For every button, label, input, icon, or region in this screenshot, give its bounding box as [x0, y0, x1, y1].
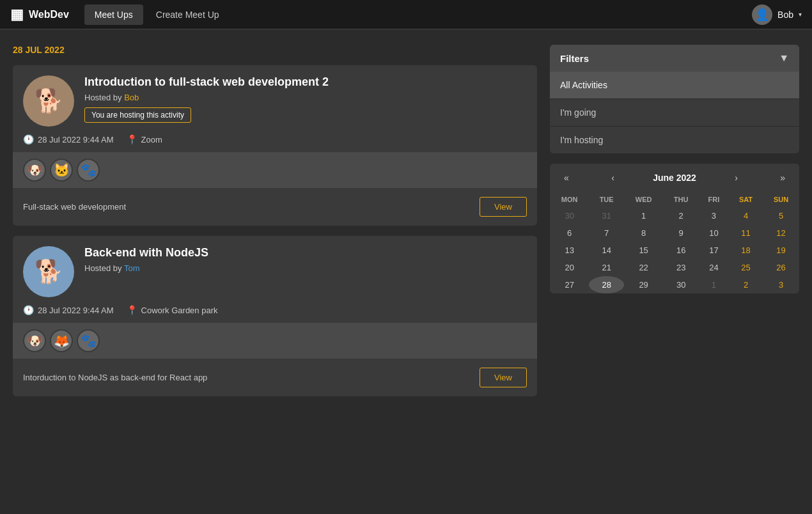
calendar-day-1-6[interactable]: 4 [729, 207, 763, 224]
user-name[interactable]: Bob [777, 10, 793, 20]
user-dropdown-arrow[interactable]: ▾ [799, 11, 802, 18]
event-title-1: Introduction to full-stack web developme… [84, 75, 527, 89]
clock-icon-1: 🕐 [23, 134, 34, 144]
calendar-day-5-3[interactable]: 29 [624, 276, 663, 293]
nav-meetups[interactable]: Meet Ups [84, 4, 143, 25]
brand[interactable]: ▦ WebDev [10, 6, 69, 23]
calendar-day-4-2[interactable]: 21 [589, 259, 624, 276]
main-container: 28 JUL 2022 🐕 Introduction to full-stack… [0, 29, 812, 422]
cal-prev[interactable]: ‹ [607, 171, 618, 184]
hosted-by-2: Hosted by Tom [84, 263, 527, 273]
calendar-day-4-6[interactable]: 25 [729, 259, 763, 276]
calendar-day-3-3[interactable]: 15 [624, 242, 663, 259]
calendar-day-2-5[interactable]: 10 [699, 224, 729, 242]
filters-panel: Filters ▼ All Activities I'm going I'm h… [550, 45, 799, 153]
col-sat: SAT [729, 192, 763, 207]
filter-all-activities[interactable]: All Activities [550, 72, 799, 99]
card-info-2: Back-end with NodeJS Hosted by Tom [84, 246, 527, 278]
view-button-1[interactable]: View [480, 197, 527, 217]
event-location-2: 📍 Cowork Garden park [127, 305, 218, 315]
calendar-day-3-6[interactable]: 18 [729, 242, 763, 259]
event-location-1: 📍 Zoom [127, 134, 162, 144]
calendar-day-1-5[interactable]: 3 [699, 207, 729, 224]
col-sun: SUN [763, 192, 799, 207]
event-title-2: Back-end with NodeJS [84, 246, 527, 260]
host-link-2[interactable]: Tom [124, 263, 140, 273]
brand-name: WebDev [29, 9, 69, 20]
calendar-day-3-5[interactable]: 17 [699, 242, 729, 259]
calendar-day-1-7[interactable]: 5 [763, 207, 799, 224]
calendar-day-2-4[interactable]: 9 [663, 224, 699, 242]
calendar-week-3: 13141516171819 [550, 242, 799, 259]
calendar-day-5-7[interactable]: 3 [763, 276, 799, 293]
cal-month-year: June 2022 [653, 173, 696, 183]
calendar-day-3-4[interactable]: 16 [663, 242, 699, 259]
card-bottom-2: Intorduction to NodeJS as back-end for R… [13, 359, 537, 396]
activity-card-2: 🐕 Back-end with NodeJS Hosted by Tom 🕐 2… [13, 236, 537, 396]
event-tag-2: Intorduction to NodeJS as back-end for R… [23, 373, 207, 382]
activity-card-1: 🐕 Introduction to full-stack web develop… [13, 65, 537, 226]
calendar-day-3-1[interactable]: 13 [550, 242, 589, 259]
card-top-2: 🐕 Back-end with NodeJS Hosted by Tom [13, 236, 537, 297]
card-info-1: Introduction to full-stack web developme… [84, 75, 527, 123]
event-datetime-2: 🕐 28 Jul 2022 9:44 AM [23, 305, 114, 315]
calendar-day-1-2[interactable]: 31 [589, 207, 624, 224]
calendar-day-4-4[interactable]: 23 [663, 259, 699, 276]
view-button-2[interactable]: View [480, 368, 527, 387]
calendar-day-3-7[interactable]: 19 [763, 242, 799, 259]
col-fri: FRI [699, 192, 729, 207]
calendar-day-5-1[interactable]: 27 [550, 276, 589, 293]
calendar-day-5-4[interactable]: 30 [663, 276, 699, 293]
calendar-day-1-3[interactable]: 1 [624, 207, 663, 224]
left-column: 28 JUL 2022 🐕 Introduction to full-stack… [13, 45, 537, 407]
calendar-day-5-6[interactable]: 2 [729, 276, 763, 293]
calendar-day-2-1[interactable]: 6 [550, 224, 589, 242]
clock-icon-2: 🕐 [23, 305, 34, 315]
cal-next-next[interactable]: » [776, 171, 789, 184]
calendar-day-2-6[interactable]: 11 [729, 224, 763, 242]
event-image-1: 🐕 [23, 75, 74, 127]
attendee-1-1: 🐶 [23, 159, 46, 182]
col-thu: THU [663, 192, 699, 207]
card-meta-2: 🕐 28 Jul 2022 9:44 AM 📍 Cowork Garden pa… [13, 297, 537, 323]
calendar-day-4-5[interactable]: 24 [699, 259, 729, 276]
user-avatar: 👤 [752, 4, 772, 25]
attendees-row-2: 🐶 🦊 🐾 [13, 323, 537, 359]
calendar-day-3-2[interactable]: 14 [589, 242, 624, 259]
calendar-day-2-7[interactable]: 12 [763, 224, 799, 242]
attendee-1-3: 🐾 [77, 159, 100, 182]
avatar-icon: 👤 [755, 8, 769, 22]
calendar-week-2: 6789101112 [550, 224, 799, 242]
calendar-header: « ‹ June 2022 › » [550, 164, 799, 192]
calendar-day-5-2[interactable]: 28 [589, 276, 624, 293]
col-wed: WED [624, 192, 663, 207]
nav-links: Meet Ups Create Meet Up [84, 4, 752, 25]
cal-prev-prev[interactable]: « [560, 171, 573, 184]
calendar-day-2-3[interactable]: 8 [624, 224, 663, 242]
hosting-badge-1: You are hosting this activity [84, 107, 191, 123]
location-icon-2: 📍 [127, 305, 137, 315]
calendar-day-1-4[interactable]: 2 [663, 207, 699, 224]
right-column: Filters ▼ All Activities I'm going I'm h… [550, 45, 799, 407]
calendar-day-2-2[interactable]: 7 [589, 224, 624, 242]
calendar-day-1-1[interactable]: 30 [550, 207, 589, 224]
calendar-day-4-3[interactable]: 22 [624, 259, 663, 276]
filter-im-going[interactable]: I'm going [550, 99, 799, 127]
cal-next[interactable]: › [731, 171, 742, 184]
hosted-by-1: Hosted by Bob [84, 93, 527, 102]
nav-create-meetup[interactable]: Create Meet Up [146, 4, 230, 25]
filters-header: Filters ▼ [550, 45, 799, 72]
attendee-1-2: 🐱 [50, 159, 73, 182]
calendar-days-row: MON TUE WED THU FRI SAT SUN [550, 192, 799, 207]
event-image-2: 🐕 [23, 246, 74, 297]
calendar-day-4-1[interactable]: 20 [550, 259, 589, 276]
calendar-week-1: 303112345 [550, 207, 799, 224]
col-tue: TUE [589, 192, 624, 207]
host-link-1[interactable]: Bob [124, 93, 139, 102]
calendar-panel: « ‹ June 2022 › » MON TUE WED THU FRI SA… [550, 164, 799, 293]
filters-title: Filters [560, 53, 589, 64]
calendar-day-5-5[interactable]: 1 [699, 276, 729, 293]
filter-im-hosting[interactable]: I'm hosting [550, 127, 799, 153]
date-header: 28 JUL 2022 [13, 45, 537, 55]
calendar-day-4-7[interactable]: 26 [763, 259, 799, 276]
